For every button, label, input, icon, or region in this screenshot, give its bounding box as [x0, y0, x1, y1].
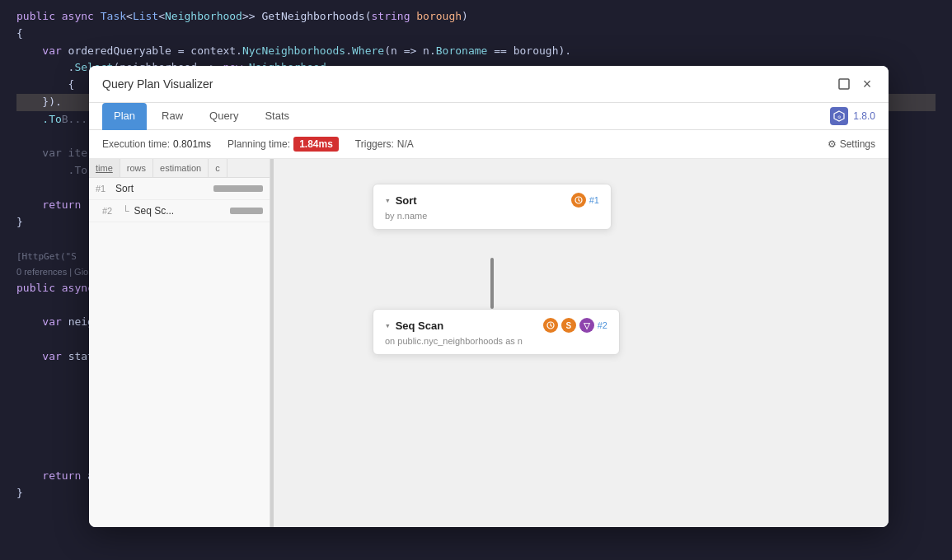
th-time[interactable]: time — [89, 159, 120, 177]
version-icon: ⚙ — [830, 107, 848, 125]
seqscan-node-title: ▾ Seq Scan — [385, 320, 443, 332]
seqscan-node[interactable]: ▾ Seq Scan S ▽ #2 — [373, 309, 620, 355]
execution-value: 0.801ms — [173, 138, 211, 150]
triggers: Triggers: N/A — [355, 138, 414, 150]
tab-query[interactable]: Query — [198, 103, 250, 130]
version-badge: ⚙ 1.8.0 — [830, 107, 875, 125]
row-num-1: #1 — [96, 184, 112, 194]
sort-node-header: ▾ Sort #1 — [385, 193, 599, 208]
planning-value: 1.84ms — [293, 137, 339, 152]
svg-rect-0 — [839, 79, 849, 89]
modal-header: Query Plan Visualizer × — [89, 66, 889, 103]
tab-plan[interactable]: Plan — [102, 103, 147, 130]
tab-stats[interactable]: Stats — [253, 103, 301, 130]
diagram-panel: ▾ Sort #1 by n.name — [274, 159, 889, 527]
tabs-list: Plan Raw Query Stats — [102, 103, 301, 129]
row-bar-seqscan — [230, 208, 263, 214]
row-label-sort: Sort — [115, 183, 210, 194]
seqscan-node-name: Seq Scan — [396, 320, 444, 332]
planning-label: Planning time: — [227, 138, 290, 150]
table-header: time rows estimation c — [89, 159, 270, 178]
seqscan-badge-num: #2 — [598, 320, 607, 330]
sort-node[interactable]: ▾ Sort #1 by n.name — [373, 184, 612, 230]
settings-label: Settings — [840, 138, 875, 150]
planning-time: Planning time: 1.84ms — [227, 137, 339, 152]
query-plan-modal: Query Plan Visualizer × Plan Raw Query S… — [89, 66, 889, 527]
sort-clock-icon — [571, 193, 586, 208]
content-area: time rows estimation c #1 Sort #2 └ Seq … — [89, 159, 889, 527]
seqscan-s-icon: S — [561, 318, 576, 333]
version-label: 1.8.0 — [853, 110, 875, 122]
sort-node-title: ▾ Sort — [385, 194, 417, 207]
execution-time: Execution time: 0.801ms — [102, 138, 211, 150]
seqscan-chevron-icon: ▾ — [385, 320, 391, 331]
connector-line — [490, 258, 494, 309]
triggers-value: N/A — [397, 138, 414, 150]
row-bar-sort — [213, 185, 263, 192]
modal-title: Query Plan Visualizer — [102, 77, 213, 91]
seqscan-node-sub: on public.nyc_neighborhoods as n — [385, 336, 607, 346]
modal-controls: × — [836, 76, 875, 92]
plan-row-seqscan[interactable]: #2 └ Seq Sc... — [89, 200, 270, 222]
sort-node-name: Sort — [396, 194, 417, 207]
th-rows[interactable]: rows — [120, 159, 153, 177]
triggers-label: Triggers: — [355, 138, 394, 150]
info-bar: Execution time: 0.801ms Planning time: 1… — [89, 130, 889, 159]
gear-icon: ⚙ — [828, 138, 837, 150]
seqscan-clock-icon — [543, 318, 558, 333]
th-estimation[interactable]: estimation — [153, 159, 209, 177]
tree-branch-icon: └ — [122, 205, 129, 217]
sort-node-badges: #1 — [571, 193, 599, 208]
th-c[interactable]: c — [209, 159, 227, 177]
sort-node-sub: by n.name — [385, 211, 599, 221]
settings-button[interactable]: ⚙ Settings — [828, 138, 875, 150]
svg-text:⚙: ⚙ — [837, 114, 842, 119]
sort-badge-num: #1 — [589, 195, 599, 205]
maximize-button[interactable] — [836, 76, 852, 92]
left-panel: time rows estimation c #1 Sort #2 └ Seq … — [89, 159, 270, 527]
plan-row-sort[interactable]: #1 Sort — [89, 178, 270, 200]
row-label-seqscan: Seq Sc... — [134, 205, 227, 217]
close-button[interactable]: × — [859, 76, 875, 92]
tabs-bar: Plan Raw Query Stats ⚙ 1.8.0 — [89, 103, 889, 130]
row-num-2: #2 — [102, 206, 119, 216]
sort-chevron-icon: ▾ — [385, 195, 391, 206]
seqscan-filter-icon: ▽ — [579, 318, 594, 333]
tab-raw[interactable]: Raw — [150, 103, 195, 130]
execution-label: Execution time: — [102, 138, 170, 150]
seqscan-node-badges: S ▽ #2 — [543, 318, 607, 333]
seqscan-node-header: ▾ Seq Scan S ▽ #2 — [385, 318, 607, 333]
